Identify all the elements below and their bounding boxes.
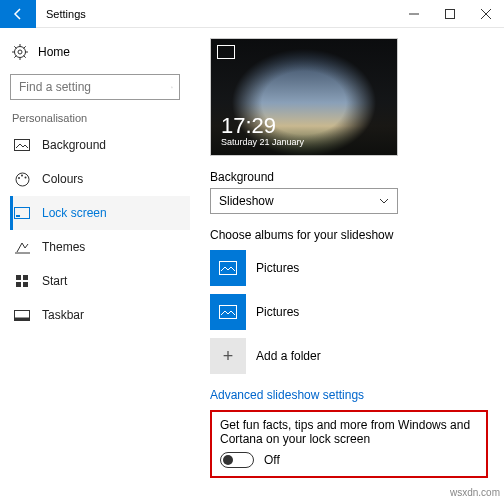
- background-select[interactable]: Slideshow: [210, 188, 398, 214]
- svg-point-12: [171, 86, 172, 87]
- picture-icon: [14, 137, 30, 153]
- svg-point-3: [18, 50, 22, 54]
- close-button[interactable]: [468, 0, 504, 28]
- sidebar-item-colours[interactable]: Colours: [10, 162, 190, 196]
- background-value: Slideshow: [219, 194, 274, 208]
- maximize-icon: [445, 9, 455, 19]
- lock-screen-icon: [14, 205, 30, 221]
- sidebar-item-label: Themes: [42, 240, 85, 254]
- svg-rect-20: [16, 215, 20, 217]
- home-label: Home: [38, 45, 70, 59]
- folder-icon: [210, 294, 246, 330]
- search-input[interactable]: [10, 74, 180, 100]
- preview-overlay-icon: [217, 45, 235, 59]
- add-folder-button[interactable]: + Add a folder: [210, 338, 488, 374]
- svg-rect-22: [16, 275, 21, 280]
- titlebar: Settings: [0, 0, 504, 28]
- funfacts-toggle[interactable]: [220, 452, 254, 468]
- album-label: Pictures: [256, 261, 299, 275]
- sidebar-item-label: Lock screen: [42, 206, 107, 220]
- content: Home Personalisation Background Colours …: [0, 28, 504, 500]
- window-title: Settings: [36, 8, 396, 20]
- preview-date: Saturday 21 January: [221, 137, 304, 147]
- preview-time: 17:29: [221, 115, 304, 137]
- background-label: Background: [210, 170, 488, 184]
- svg-rect-24: [16, 282, 21, 287]
- svg-rect-1: [446, 9, 455, 18]
- watermark: wsxdn.com: [450, 487, 500, 498]
- folder-icon: [210, 250, 246, 286]
- sidebar-item-taskbar[interactable]: Taskbar: [10, 298, 190, 332]
- highlight-box: Get fun facts, tips and more from Window…: [210, 410, 488, 478]
- svg-point-17: [21, 174, 23, 176]
- svg-rect-25: [23, 282, 28, 287]
- sidebar-item-label: Background: [42, 138, 106, 152]
- section-label: Personalisation: [10, 100, 190, 128]
- right-pane: 17:29 Saturday 21 January Background Sli…: [190, 28, 504, 500]
- funfacts-state: Off: [264, 453, 280, 467]
- advanced-settings-link[interactable]: Advanced slideshow settings: [210, 388, 488, 402]
- svg-rect-23: [23, 275, 28, 280]
- close-icon: [481, 9, 491, 19]
- svg-point-16: [18, 177, 20, 179]
- sidebar-item-lock-screen[interactable]: Lock screen: [10, 196, 190, 230]
- album-item[interactable]: Pictures: [210, 294, 488, 330]
- preview-clock: 17:29 Saturday 21 January: [221, 115, 304, 147]
- maximize-button[interactable]: [432, 0, 468, 28]
- svg-line-13: [172, 87, 173, 88]
- svg-point-18: [24, 176, 26, 178]
- search-icon: [171, 81, 173, 94]
- plus-icon: +: [210, 338, 246, 374]
- svg-rect-29: [220, 306, 237, 319]
- add-folder-label: Add a folder: [256, 349, 321, 363]
- home-button[interactable]: Home: [10, 38, 190, 74]
- start-icon: [14, 273, 30, 289]
- album-item[interactable]: Pictures: [210, 250, 488, 286]
- search-field[interactable]: [17, 79, 171, 95]
- sidebar-item-start[interactable]: Start: [10, 264, 190, 298]
- minimize-icon: [409, 9, 419, 19]
- toggle-knob: [223, 455, 233, 465]
- albums-label: Choose albums for your slideshow: [210, 228, 488, 242]
- svg-rect-28: [220, 262, 237, 275]
- lock-screen-preview: 17:29 Saturday 21 January: [210, 38, 398, 156]
- back-button[interactable]: [0, 0, 36, 28]
- sidebar-item-themes[interactable]: Themes: [10, 230, 190, 264]
- themes-icon: [14, 239, 30, 255]
- svg-rect-27: [15, 317, 30, 320]
- minimize-button[interactable]: [396, 0, 432, 28]
- gear-icon: [12, 44, 28, 60]
- sidebar-item-label: Start: [42, 274, 67, 288]
- funfacts-label: Get fun facts, tips and more from Window…: [220, 418, 478, 446]
- chevron-down-icon: [379, 198, 389, 204]
- sidebar-item-label: Taskbar: [42, 308, 84, 322]
- sidebar-item-label: Colours: [42, 172, 83, 186]
- palette-icon: [14, 171, 30, 187]
- left-pane: Home Personalisation Background Colours …: [0, 28, 190, 500]
- svg-rect-14: [15, 140, 30, 151]
- sidebar-item-background[interactable]: Background: [10, 128, 190, 162]
- arrow-left-icon: [11, 7, 25, 21]
- album-label: Pictures: [256, 305, 299, 319]
- taskbar-icon: [14, 307, 30, 323]
